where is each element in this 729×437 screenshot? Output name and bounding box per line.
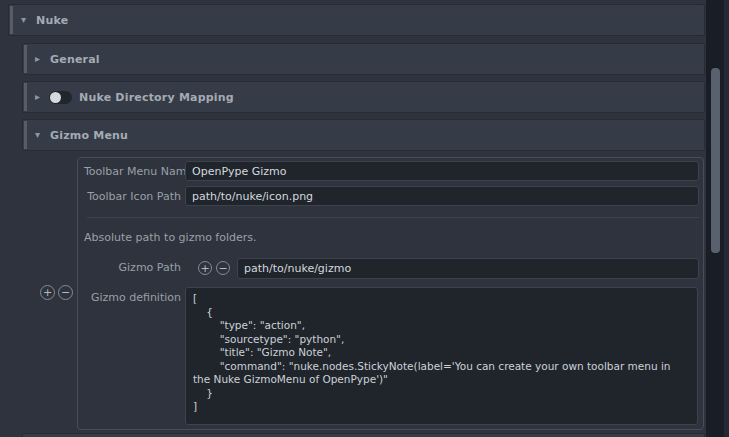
panel-divider bbox=[87, 217, 699, 218]
gizmo-item-remove-button[interactable]: − bbox=[58, 285, 73, 300]
chevron-down-icon[interactable]: ▾ bbox=[32, 130, 43, 140]
gizmo-path-input[interactable] bbox=[237, 258, 699, 279]
gizmo-definition-text: [ { "type": "action", "sourcetype": "pyt… bbox=[186, 288, 697, 418]
chevron-right-icon[interactable]: ▸ bbox=[32, 92, 43, 102]
section-header-nuke[interactable]: ▾ Nuke bbox=[8, 4, 705, 36]
gizmo-item-add-button[interactable]: + bbox=[40, 285, 55, 300]
toolbar-menu-name-input[interactable] bbox=[185, 161, 699, 181]
toggle-knob bbox=[50, 92, 61, 103]
gizmo-path-label: Gizmo Path bbox=[84, 261, 181, 274]
section-accent-strip bbox=[24, 83, 27, 111]
section-accent-strip bbox=[24, 45, 27, 73]
section-header-nuke-directory-mapping[interactable]: ▸ Nuke Directory Mapping bbox=[22, 81, 705, 113]
right-edge-strip bbox=[724, 0, 729, 437]
section-title-nuke-directory-mapping: Nuke Directory Mapping bbox=[79, 91, 234, 104]
toolbar-icon-path-input[interactable] bbox=[185, 186, 699, 206]
section-header-general[interactable]: ▸ General bbox=[22, 43, 705, 75]
section-title-gizmo-menu: Gizmo Menu bbox=[50, 129, 128, 142]
chevron-right-icon[interactable]: ▸ bbox=[32, 54, 43, 64]
directory-mapping-toggle[interactable] bbox=[49, 91, 72, 104]
toolbar-menu-name-label: Toolbar Menu Name bbox=[84, 165, 181, 178]
gizmo-definition-label: Gizmo definition bbox=[84, 291, 181, 304]
chevron-down-icon[interactable]: ▾ bbox=[18, 15, 29, 25]
section-title-general: General bbox=[50, 53, 100, 66]
section-header-gizmo-menu[interactable]: ▾ Gizmo Menu bbox=[22, 119, 705, 151]
section-accent-strip bbox=[10, 6, 13, 34]
section-accent-strip bbox=[24, 121, 27, 149]
scrollbar-thumb[interactable] bbox=[711, 68, 720, 253]
section-title-nuke: Nuke bbox=[36, 14, 68, 27]
gizmo-path-remove-button[interactable]: − bbox=[216, 261, 230, 275]
gizmo-help-text: Absolute path to gizmo folders. bbox=[84, 231, 257, 244]
toolbar-icon-path-label: Toolbar Icon Path bbox=[84, 190, 181, 203]
gizmo-definition-textarea[interactable]: [ { "type": "action", "sourcetype": "pyt… bbox=[185, 287, 698, 425]
gizmo-path-add-button[interactable]: + bbox=[198, 261, 212, 275]
next-section-header-cutoff[interactable] bbox=[22, 433, 705, 437]
